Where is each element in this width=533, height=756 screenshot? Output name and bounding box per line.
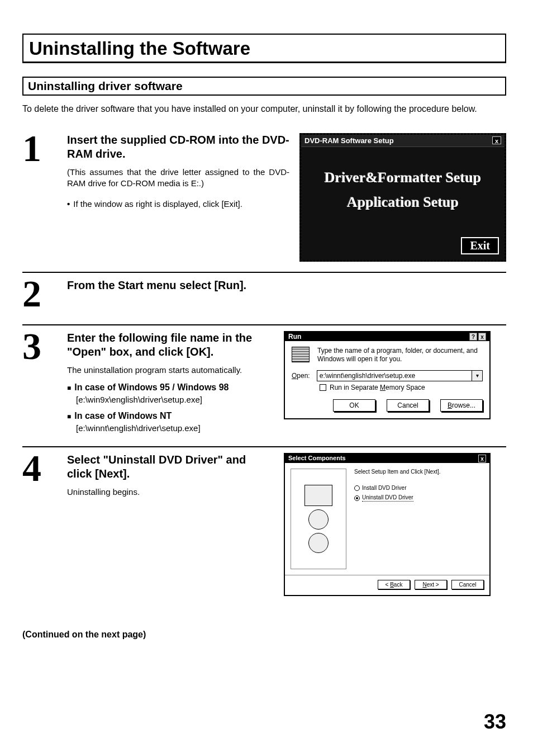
wizard-art: [291, 469, 346, 569]
page-title: Uninstalling the Software: [29, 38, 499, 59]
step-heading: Select "Uninstall DVD Driver" and click …: [67, 453, 274, 481]
square-bullet-icon: ■: [67, 382, 71, 394]
select-title: Select Components: [288, 455, 346, 462]
step-number: 1: [22, 133, 57, 163]
intro-text: To delete the driver software that you h…: [22, 103, 506, 115]
step-4: 4 Select "Uninstall DVD Driver" and clic…: [22, 447, 506, 596]
radio-icon[interactable]: [354, 485, 360, 491]
install-option[interactable]: Install DVD Driver: [354, 485, 484, 491]
checkbox-icon[interactable]: [320, 384, 326, 391]
step-after: Uninstalling begins.: [67, 486, 274, 498]
run-titlebar: Run ? x: [285, 332, 489, 341]
run-program-icon: [292, 347, 310, 362]
install-label: Install DVD Driver: [362, 485, 406, 491]
section-subtitle: Uninstalling driver software: [28, 79, 501, 93]
run-title: Run: [288, 333, 301, 341]
back-button[interactable]: < Back: [378, 580, 410, 589]
radio-icon[interactable]: [354, 495, 360, 501]
dropdown-icon[interactable]: ▾: [472, 370, 483, 381]
open-label: Open:: [292, 372, 310, 380]
application-setup-button[interactable]: Application Setup: [347, 194, 459, 211]
help-icon[interactable]: ?: [469, 333, 477, 341]
step-number: 4: [22, 453, 57, 483]
continued-note: (Continued on the next page): [22, 630, 506, 640]
bullet-dot-icon: •: [67, 199, 70, 209]
exit-button[interactable]: Exit: [461, 237, 499, 254]
driver-formatter-setup-button[interactable]: Driver&Formatter Setup: [325, 169, 481, 186]
dvdram-titlebar: DVD-RAM Software Setup x: [301, 135, 505, 147]
step-1: 1 Insert the supplied CD-ROM into the DV…: [22, 127, 506, 262]
disc-icon: [308, 509, 329, 530]
step-number: 2: [22, 278, 57, 309]
ok-button[interactable]: OK: [333, 399, 375, 412]
step-heading: From the Start menu select [Run].: [67, 278, 506, 292]
square-bullet-icon: ■: [67, 411, 71, 422]
step-3: 3 Enter the following file name in the "…: [22, 325, 506, 436]
dvdram-title: DVD-RAM Software Setup: [304, 136, 394, 145]
globe-icon: [308, 533, 329, 553]
select-instruction: Select Setup Item and Click [Next].: [354, 469, 484, 475]
step-2: 2 From the Start menu select [Run].: [22, 273, 506, 314]
section-subtitle-box: Uninstalling driver software: [22, 77, 506, 96]
select-components-dialog: Select Components x Select Setup Item an…: [284, 453, 491, 596]
select-titlebar: Select Components x: [285, 454, 489, 463]
step-number: 3: [22, 331, 57, 361]
case-item: ■ In case of Windows 95 / Windows 98: [67, 382, 274, 394]
open-input[interactable]: [317, 370, 472, 381]
close-icon[interactable]: x: [492, 136, 501, 144]
monitor-icon: [304, 485, 332, 506]
step-heading: Insert the supplied CD-ROM into the DVD-…: [67, 133, 289, 161]
page-number: 33: [484, 710, 506, 734]
case-path: [e:\winnt\english\driver\setup.exe]: [76, 423, 274, 433]
step-after: The uninstallation program starts automa…: [67, 365, 274, 376]
next-button[interactable]: Next >: [415, 580, 447, 589]
step-heading: Enter the following file name in the "Op…: [67, 331, 274, 359]
case-item: ■ In case of Windows NT: [67, 411, 274, 422]
cancel-button[interactable]: Cancel: [451, 580, 484, 589]
browse-button[interactable]: Browse...: [440, 399, 483, 412]
uninstall-label: Uninstall DVD Driver: [362, 494, 413, 502]
page-title-box: Uninstalling the Software: [22, 34, 506, 63]
step-note: (This assumes that the drive letter assi…: [67, 167, 289, 190]
memory-space-option[interactable]: Run in Separate Memory Space: [320, 384, 483, 391]
cancel-button[interactable]: Cancel: [387, 399, 429, 412]
case-title: In case of Windows 95 / Windows 98: [74, 382, 229, 394]
memory-space-label: Run in Separate Memory Space: [330, 384, 425, 391]
run-description: Type the name of a program, folder, or d…: [317, 347, 483, 363]
case-path: [e:\win9x\english\driver\setup.exe]: [76, 395, 274, 404]
step-bullet: • If the window as right is displayed, c…: [67, 199, 289, 209]
run-dialog: Run ? x Type the name of a program, fold…: [284, 331, 491, 419]
uninstall-option[interactable]: Uninstall DVD Driver: [354, 494, 484, 502]
bullet-text: If the window as right is displayed, cli…: [73, 199, 242, 209]
close-icon[interactable]: x: [478, 455, 486, 462]
case-title: In case of Windows NT: [74, 411, 172, 422]
close-icon[interactable]: x: [478, 333, 486, 341]
dvdram-setup-window: DVD-RAM Software Setup x Driver&Formatte…: [299, 133, 506, 262]
